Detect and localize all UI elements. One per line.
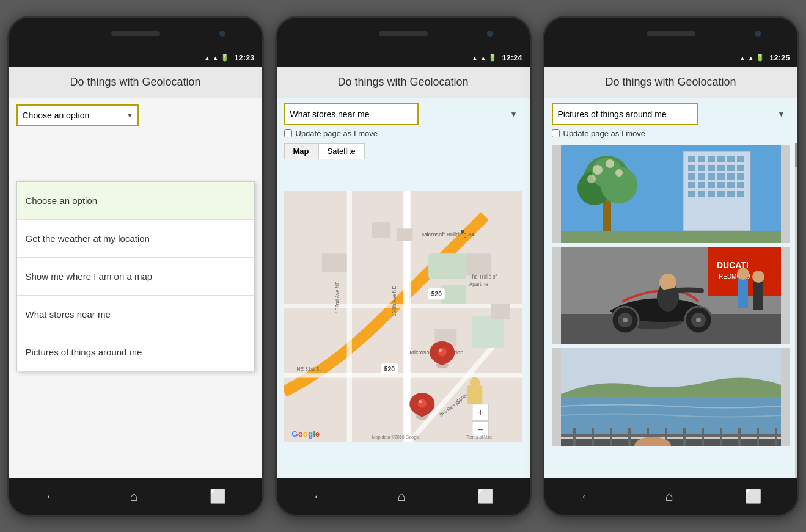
status-icons-3: ▲ ▲ 🔋 <box>739 54 764 62</box>
camera-2 <box>487 31 493 37</box>
back-button-2[interactable]: ← <box>302 484 335 509</box>
scrollbar-track <box>795 143 797 478</box>
svg-rect-69 <box>727 182 735 188</box>
svg-point-82 <box>593 165 603 175</box>
svg-rect-65 <box>688 182 695 188</box>
phone-1-content: Choose an option Get the weather at my l… <box>9 98 262 478</box>
map-tab-satellite[interactable]: Satellite <box>318 143 365 159</box>
option-item-4[interactable]: Pictures of things around me <box>17 333 254 371</box>
svg-text:520: 520 <box>384 366 394 373</box>
update-checkbox-3[interactable] <box>552 129 560 137</box>
option-select-1[interactable]: Choose an option Get the weather at my l… <box>16 104 139 126</box>
svg-rect-14 <box>491 304 510 319</box>
option-item-2[interactable]: Show me where I am on a map <box>17 258 254 296</box>
svg-rect-101 <box>738 277 748 308</box>
svg-rect-119 <box>738 428 741 446</box>
battery-icon-3: 🔋 <box>756 54 764 62</box>
svg-rect-54 <box>698 165 705 171</box>
back-button-1[interactable]: ← <box>35 484 68 509</box>
photo-item-1: DUCATI REDMOND <box>552 247 790 344</box>
map-select-wrapper[interactable]: Choose an option Get the weather at my l… <box>284 103 522 125</box>
camera-1 <box>219 31 225 37</box>
svg-point-102 <box>737 268 749 280</box>
photo-building-svg <box>552 145 790 243</box>
select-wrapper-1[interactable]: Choose an option Get the weather at my l… <box>16 104 139 126</box>
map-area: 520 520 Microsoft Building 34 Microsoft … <box>284 162 522 471</box>
photos-option-select[interactable]: Choose an option Get the weather at my l… <box>552 103 698 125</box>
home-button-1[interactable]: ⌂ <box>120 484 147 509</box>
recents-button-1[interactable]: ⬜ <box>200 484 236 509</box>
svg-rect-6 <box>428 253 466 279</box>
svg-rect-67 <box>708 182 715 188</box>
svg-rect-118 <box>720 428 722 446</box>
update-checkbox-2[interactable] <box>284 129 292 137</box>
phone-2-content: Choose an option Get the weather at my l… <box>277 98 530 478</box>
home-button-2[interactable]: ⌂ <box>387 484 415 509</box>
svg-point-85 <box>587 175 596 183</box>
svg-rect-47 <box>688 156 695 162</box>
svg-rect-73 <box>708 191 715 197</box>
back-button-3[interactable]: ← <box>570 484 603 509</box>
svg-rect-50 <box>717 156 725 162</box>
svg-rect-9 <box>372 222 390 238</box>
svg-rect-35 <box>467 385 482 404</box>
photo-water-svg <box>552 348 790 446</box>
svg-rect-111 <box>592 428 594 446</box>
recents-button-2[interactable]: ⬜ <box>467 484 504 509</box>
svg-text:156th Ave NE: 156th Ave NE <box>391 285 397 316</box>
svg-text:+: + <box>477 406 483 417</box>
wifi-icon-3: ▲ <box>739 54 746 62</box>
svg-rect-76 <box>737 191 744 197</box>
checkbox-label-3: Update page as I move <box>563 129 645 138</box>
option-item-1[interactable]: Get the weather at my location <box>17 220 254 258</box>
option-item-3[interactable]: What stores near me <box>17 296 254 333</box>
photo-item-2 <box>552 348 790 446</box>
svg-point-34 <box>419 400 422 403</box>
svg-rect-20 <box>461 230 464 233</box>
svg-rect-59 <box>688 173 695 180</box>
phone-3-content: Choose an option Get the weather at my l… <box>544 98 797 478</box>
svg-rect-62 <box>717 173 725 180</box>
status-bar-3: ▲ ▲ 🔋 12:25 <box>544 49 797 67</box>
wifi-icon-2: ▲ <box>471 54 478 62</box>
svg-rect-75 <box>727 191 735 197</box>
svg-text:Map data ©2016 Google: Map data ©2016 Google <box>372 435 419 440</box>
map-tab-map[interactable]: Map <box>284 143 318 159</box>
svg-rect-3 <box>346 191 351 442</box>
svg-rect-66 <box>698 182 705 188</box>
svg-rect-56 <box>717 165 725 171</box>
options-list-1: Choose an option Get the weather at my l… <box>16 181 255 371</box>
app-title-3: Do things with Geolocation <box>605 76 736 89</box>
app-title-1: Do things with Geolocation <box>70 76 200 89</box>
speaker-2 <box>379 31 428 36</box>
svg-point-100 <box>659 274 676 291</box>
svg-rect-11 <box>321 253 346 272</box>
svg-rect-120 <box>757 428 759 446</box>
home-button-3[interactable]: ⌂ <box>655 484 683 509</box>
app-bar-1: Do things with Geolocation <box>9 67 262 98</box>
photo-moto-svg: DUCATI REDMOND <box>552 247 790 344</box>
option-item-0[interactable]: Choose an option <box>17 182 254 220</box>
recents-button-3[interactable]: ⬜ <box>735 484 771 509</box>
scrollbar-thumb <box>795 143 797 167</box>
map-option-select[interactable]: Choose an option Get the weather at my l… <box>284 103 419 125</box>
photos-select-wrapper[interactable]: Choose an option Get the weather at my l… <box>552 103 790 125</box>
status-bar-1: ▲ ▲ 🔋 12:23 <box>9 49 262 67</box>
nav-bar-1: ← ⌂ ⬜ <box>9 478 262 515</box>
svg-rect-13 <box>466 253 491 275</box>
svg-text:Apartme: Apartme <box>469 281 488 286</box>
app-title-2: Do things with Geolocation <box>337 76 468 89</box>
camera-3 <box>755 31 761 37</box>
svg-text:Microsoft Building 34: Microsoft Building 34 <box>422 231 474 237</box>
svg-rect-72 <box>698 191 705 197</box>
svg-rect-58 <box>737 165 744 171</box>
checkbox-label-2: Update page as I move <box>296 129 378 138</box>
svg-rect-64 <box>737 173 744 180</box>
photo-item-0 <box>552 145 790 243</box>
svg-rect-110 <box>573 428 576 446</box>
svg-rect-57 <box>727 165 735 171</box>
svg-rect-52 <box>737 156 744 162</box>
svg-rect-112 <box>610 428 612 446</box>
checkbox-row-2: Update page as I move <box>284 129 522 138</box>
svg-rect-77 <box>603 200 611 231</box>
